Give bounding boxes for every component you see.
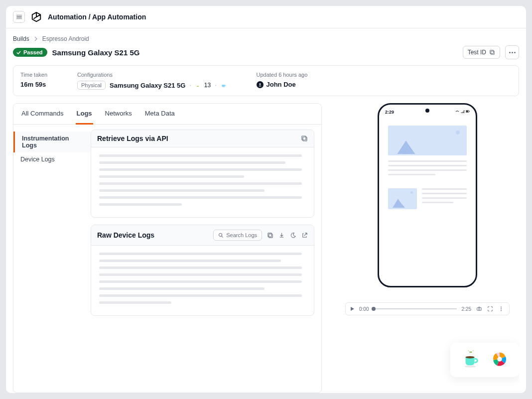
config-device: Samsung Galaxy S21 5G (110, 82, 185, 89)
card-title: Raw Device Logs (97, 231, 154, 239)
log-placeholder-lines (99, 154, 306, 206)
espresso-icon (461, 350, 480, 370)
integration-icons-card (450, 343, 519, 377)
svg-point-23 (497, 357, 502, 361)
svg-rect-6 (303, 137, 307, 141)
espresso-cup-icon (221, 82, 227, 88)
time-value: 16m 59s (20, 81, 47, 88)
updated-label: Updated 6 hours ago (257, 72, 308, 78)
svg-rect-12 (466, 111, 468, 112)
more-options-button[interactable] (505, 45, 519, 59)
svg-rect-0 (491, 51, 494, 54)
svg-point-22 (465, 366, 476, 368)
run-metadata: Time taken 16m 59s Configurations Physic… (13, 65, 519, 96)
tab-meta-data[interactable]: Meta Data (144, 104, 176, 124)
phone-camera-icon (425, 109, 429, 113)
copy-icon[interactable] (267, 232, 273, 239)
avatar (257, 81, 264, 88)
svg-point-8 (219, 233, 222, 236)
camera-icon[interactable] (476, 306, 482, 312)
phone-status-icons (455, 110, 470, 115)
tab-all-commands[interactable]: All Commands (20, 104, 65, 124)
player-current-time: 0:00 (359, 306, 369, 312)
svg-point-15 (478, 308, 480, 310)
play-icon[interactable] (351, 307, 354, 311)
config-os-version: 13 (204, 82, 211, 89)
dark-mode-icon[interactable] (290, 232, 296, 239)
log-placeholder-lines (99, 253, 306, 304)
more-horizontal-icon (509, 52, 516, 53)
svg-point-16 (501, 307, 502, 308)
svg-rect-13 (469, 111, 470, 112)
svg-point-20 (471, 352, 472, 352)
svg-rect-7 (302, 136, 306, 140)
app-logo (31, 11, 42, 22)
tabs: All Commands Logs Networks Meta Data (13, 104, 321, 125)
svg-point-3 (198, 86, 199, 86)
page-path: Automation / App Automation (48, 13, 146, 21)
card-retrieve-logs-api: Retrieve Logs via API (91, 130, 314, 218)
breadcrumb-leaf[interactable]: Espresso Android (42, 35, 89, 42)
device-preview: 2:29 (378, 103, 477, 287)
search-logs-button[interactable]: Search Logs (213, 230, 262, 241)
config-chip: Physical (77, 81, 106, 90)
svg-point-21 (466, 356, 475, 359)
menu-button[interactable] (13, 11, 25, 23)
check-icon (16, 50, 21, 55)
svg-rect-9 (269, 234, 272, 237)
updated-by-user: John Doe (257, 81, 308, 88)
video-player[interactable]: 0:00 2:25 (345, 302, 510, 315)
svg-rect-1 (490, 50, 494, 54)
card-raw-device-logs: Raw Device Logs Search Logs (91, 225, 314, 316)
breadcrumb-root[interactable]: Builds (13, 35, 29, 42)
svg-point-4 (222, 87, 225, 87)
card-title: Retrieve Logs via API (97, 134, 168, 142)
svg-rect-10 (268, 233, 271, 236)
svg-point-2 (197, 86, 197, 86)
sidebar-item-instrumentation[interactable]: Instrumentation Logs (13, 132, 91, 152)
tab-networks[interactable]: Networks (104, 104, 133, 124)
more-vertical-icon[interactable] (498, 306, 504, 312)
time-label: Time taken (20, 72, 47, 78)
status-badge: Passed (13, 48, 47, 57)
player-total-time: 2:25 (462, 306, 471, 312)
fullscreen-icon[interactable] (487, 306, 493, 312)
svg-point-17 (501, 308, 502, 309)
phone-time: 2:29 (385, 110, 394, 115)
svg-point-19 (470, 352, 470, 352)
copy-icon (489, 49, 495, 55)
svg-point-5 (259, 83, 261, 85)
sidebar-item-device-logs[interactable]: Device Logs (13, 152, 91, 166)
copy-icon[interactable] (301, 135, 308, 142)
aperture-icon (491, 351, 508, 369)
player-track[interactable] (374, 308, 456, 309)
download-icon[interactable] (278, 232, 285, 239)
test-id-button[interactable]: Test ID (463, 46, 500, 59)
tab-logs[interactable]: Logs (76, 104, 93, 125)
svg-point-18 (501, 310, 502, 311)
external-link-icon[interactable] (301, 232, 308, 239)
breadcrumb: Builds Espresso Android (13, 35, 519, 42)
android-icon (195, 83, 200, 88)
config-label: Configurations (77, 72, 226, 78)
chevron-right-icon (33, 36, 38, 41)
page-title: Samsung Galaxy S21 5G (52, 48, 140, 57)
search-icon (218, 233, 224, 238)
